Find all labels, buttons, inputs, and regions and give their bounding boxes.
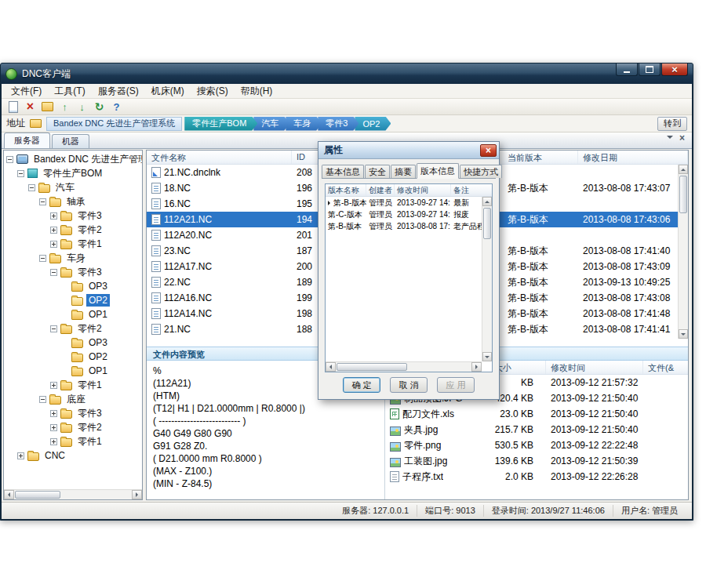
refresh-icon[interactable] [92,100,107,114]
attachment-row[interactable]: 配刀文件.xls23.0 KB2013-09-12 21:50:40 [385,406,688,422]
scroll-right-icon[interactable] [471,362,482,372]
breadcrumb-segment[interactable]: 零件3 [318,117,358,131]
upload-icon[interactable] [57,100,72,114]
close-pane-icon[interactable] [679,130,685,144]
expand-icon[interactable] [50,212,57,220]
help-icon[interactable] [109,100,124,114]
dialog-close-button[interactable] [480,144,497,157]
tree-item[interactable]: OP1 [4,364,142,378]
scroll-left-icon[interactable] [4,490,14,499]
scroll-thumb[interactable] [337,363,407,371]
tree-item[interactable]: 车身 [4,251,142,265]
menu-item[interactable]: 工具(T) [48,84,91,99]
column-header-date[interactable]: 修改日期 [578,151,688,164]
menu-item[interactable]: 搜索(S) [191,84,235,99]
tree-item[interactable]: OP3 [4,336,142,350]
tree-item[interactable]: OP1 [4,307,142,321]
tree-item[interactable]: OP3 [4,279,142,293]
attachment-row[interactable]: 零件.png530.5 KB2013-09-12 22:22:48 [385,437,688,453]
scroll-left-icon[interactable] [326,362,336,372]
tree-item[interactable]: 底座 [4,392,142,406]
close-button[interactable] [661,64,688,76]
ok-button[interactable]: 确 定 [343,377,380,393]
collapse-icon[interactable] [50,269,57,276]
scroll-thumb[interactable] [679,176,687,213]
delete-icon[interactable] [23,100,38,114]
maximize-button[interactable] [639,64,661,76]
tree-item[interactable]: 零件2 [4,321,142,336]
expand-icon[interactable] [50,241,57,248]
scroll-right-icon[interactable] [132,490,142,499]
tree-item[interactable]: 零件3 [4,209,142,223]
collapse-icon[interactable] [28,184,35,191]
dialog-title-bar[interactable]: 属性 [318,142,499,159]
dialog-tab[interactable]: 版本信息 [417,163,459,179]
tree-item[interactable]: 轴承 [4,194,142,209]
scroll-thumb[interactable] [483,208,491,239]
cancel-button[interactable]: 取 消 [390,377,428,393]
dialog-tab[interactable]: 基本信息 [322,165,364,178]
version-row[interactable]: 第-B-版本管理员2013-08-08 17:老产品程序 [326,220,492,232]
collapse-icon[interactable] [39,396,46,403]
tree-item[interactable]: OP2 [4,293,142,307]
expand-icon[interactable] [50,424,57,431]
title-bar[interactable]: DNC客户端 [1,64,693,84]
tree-item[interactable]: 零件生产BOM [4,166,142,180]
tree-item[interactable]: 零件1 [4,378,142,392]
tree-item[interactable]: 零件1 [4,237,142,251]
collapse-icon[interactable] [50,325,57,332]
expand-icon[interactable] [50,227,57,234]
breadcrumb-segment[interactable]: Bandex DNC 先进生产管理系统 [46,117,182,131]
breadcrumb-segment[interactable]: 汽车 [253,117,289,131]
attachment-row[interactable]: 子程序.txt2.0 KB2013-09-12 22:26:28 [385,469,688,485]
expand-icon[interactable] [17,452,24,459]
breadcrumb-segment[interactable]: 车身 [286,117,322,131]
menu-item[interactable]: 帮助(H) [235,84,279,99]
tree-item[interactable]: Bandex DNC 先进生产管理系统 [4,152,142,166]
apply-button[interactable]: 应 用 [437,377,475,393]
dialog-tab[interactable]: 安全 [365,165,390,178]
scroll-thumb[interactable] [15,491,60,499]
attachment-row[interactable]: 工装图.jpg139.6 KB2013-09-12 21:50:39 [385,453,688,469]
menu-item[interactable]: 文件(F) [5,84,48,99]
tree-item[interactable]: 零件2 [4,420,142,434]
breadcrumb-segment[interactable]: 零件生产BOM [184,117,257,131]
minimize-button[interactable] [616,64,638,76]
column-header-filename[interactable]: 文件名称 [147,151,292,164]
download-icon[interactable] [75,100,89,114]
tree-item[interactable]: CNC [4,448,142,463]
tree-item[interactable]: OP2 [4,350,142,364]
dialog-vertical-scrollbar[interactable] [482,197,492,361]
scroll-down-icon[interactable] [679,329,688,339]
tree-item[interactable]: 零件3 [4,265,142,279]
expand-icon[interactable] [50,410,57,417]
attachment-row[interactable]: 夹具.jpg215.7 KB2013-09-12 21:50:40 [385,422,688,437]
column-header-modified-time[interactable]: 修改时间 [546,361,643,374]
tree-item[interactable]: 零件2 [4,223,142,237]
column-header-modify-time[interactable]: 修改时间 [395,184,451,196]
menu-item[interactable]: 机床(M) [145,84,191,99]
collapse-icon[interactable] [39,255,46,262]
scroll-up-icon[interactable] [679,165,688,174]
column-header-version-name[interactable]: 版本名称 [326,184,366,196]
menu-item[interactable]: 服务器(S) [92,84,145,99]
chevron-down-icon[interactable] [667,136,673,142]
version-row[interactable]: 第-C-版本管理员2013-09-27 14:报废 [326,209,492,220]
new-file-icon[interactable] [5,100,20,114]
dialog-tab[interactable]: 摘要 [391,165,416,178]
tree-horizontal-scrollbar[interactable] [4,489,142,499]
dialog-tab[interactable]: 快捷方式 [460,165,502,178]
column-header-version[interactable]: 当前版本 [503,151,578,164]
open-folder-icon[interactable] [40,100,55,114]
tab-inactive[interactable]: 机器 [52,134,89,148]
column-header-note[interactable]: 备注 [451,184,492,196]
collapse-icon[interactable] [17,170,24,177]
tree-item[interactable]: 零件3 [4,406,142,420]
go-button[interactable]: 转到 [657,117,687,131]
version-row[interactable]: 第-B-版本管理员2013-09-27 14:最新 [326,197,492,209]
tree-item[interactable]: 零件1 [4,434,142,448]
expand-icon[interactable] [50,438,57,445]
tree-item[interactable]: 汽车 [4,180,142,194]
breadcrumb-segment[interactable]: OP2 [355,117,391,131]
dialog-horizontal-scrollbar[interactable] [326,361,482,372]
